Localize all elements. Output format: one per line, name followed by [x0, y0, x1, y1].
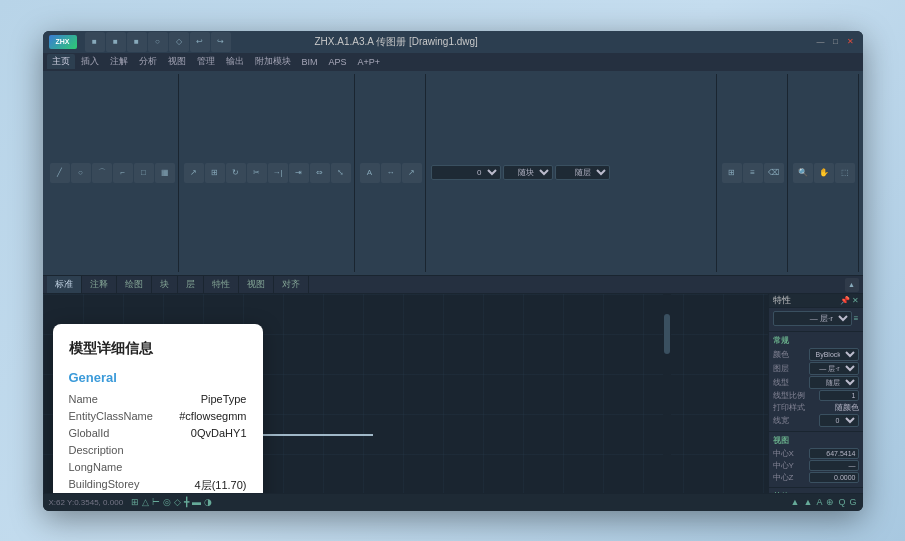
tab-home[interactable]: 主页 [47, 54, 75, 69]
leader-tool[interactable]: ↗ [402, 163, 422, 183]
side-panel-title: 特性 [773, 294, 791, 307]
tab-addons[interactable]: 附加模块 [250, 54, 296, 69]
status-q-icon[interactable]: Q [838, 497, 845, 507]
properties-tool[interactable]: ⊞ [722, 163, 742, 183]
props-layer-val-select[interactable]: — 层·r [809, 362, 859, 375]
line-tool[interactable]: ╱ [50, 163, 70, 183]
info-row-longname: LongName [69, 461, 247, 473]
arc-tool[interactable]: ⌒ [92, 163, 112, 183]
props-linetype-select[interactable]: 随层 [809, 376, 859, 389]
scale-tool[interactable]: ⤡ [331, 163, 351, 183]
toolbar-icon-6[interactable]: ↩ [190, 32, 210, 52]
zoom-tool[interactable]: 🔍 [793, 163, 813, 183]
collapse-toolbar-btn[interactable]: ▲ [845, 278, 859, 292]
copy-tool[interactable]: ⊞ [205, 163, 225, 183]
props-linescale-input[interactable] [819, 390, 859, 401]
scroll-thumb[interactable] [664, 314, 670, 354]
3d-view-tool[interactable]: ⬚ [835, 163, 855, 183]
layer-filter-icon[interactable]: ≡ [854, 314, 859, 323]
hatch-tool[interactable]: ▦ [155, 163, 175, 183]
props-layer-select[interactable]: — 层·r [773, 311, 852, 326]
window-controls[interactable]: — □ ✕ [815, 36, 857, 48]
mirror-tool[interactable]: ⇔ [310, 163, 330, 183]
section-tab-layer[interactable]: 层 [178, 276, 204, 293]
toolbar-group-edit: ↗ ⊞ ↻ ✂ →| ⇥ ⇔ ⤡ [181, 74, 355, 273]
tab-ap[interactable]: A+P+ [353, 56, 386, 68]
toolbar-icon-3[interactable]: ■ [127, 32, 147, 52]
toolbar-icon-5[interactable]: ◇ [169, 32, 189, 52]
section-tab-align[interactable]: 对齐 [274, 276, 309, 293]
status-zoom-icon[interactable]: ▲ [791, 497, 800, 507]
trim-tool[interactable]: ✂ [247, 163, 267, 183]
info-row-buildstorey: BuildingStorey 4层(11.70) [69, 478, 247, 493]
section-tab-draw[interactable]: 绘图 [117, 276, 152, 293]
color-select[interactable]: 随块 [503, 165, 553, 180]
props-printstyle-row: 打印样式 随颜色 [773, 402, 859, 413]
info-row-globalid: GlobalId 0QvDaHY1 [69, 427, 247, 439]
status-polar[interactable]: ◎ [163, 497, 171, 507]
status-otrack[interactable]: ╋ [184, 497, 189, 507]
polyline-tool[interactable]: ⌐ [113, 163, 133, 183]
status-a-icon[interactable]: A [816, 497, 822, 507]
section-tab-standard[interactable]: 标准 [47, 276, 82, 293]
rect-tool[interactable]: □ [134, 163, 154, 183]
props-cz-input[interactable] [809, 472, 859, 483]
rotate-tool[interactable]: ↻ [226, 163, 246, 183]
toolbar-row: ╱ ○ ⌒ ⌐ □ ▦ ↗ ⊞ ↻ ✂ →| ⇥ ⇔ ⤡ A ↔ ↗ 0 [43, 71, 863, 277]
status-osnap[interactable]: ◇ [174, 497, 181, 507]
status-right: ▲ ▲ A ⊕ Q G [791, 497, 857, 507]
maximize-button[interactable]: □ [830, 36, 842, 48]
toolbar-icon-4[interactable]: ○ [148, 32, 168, 52]
match-tool[interactable]: ≡ [743, 163, 763, 183]
extend-tool[interactable]: →| [268, 163, 288, 183]
value-name: PipeType [201, 393, 247, 405]
status-transp[interactable]: ◑ [204, 497, 212, 507]
status-annotscale-icon[interactable]: ⊕ [826, 497, 834, 507]
tab-insert[interactable]: 插入 [76, 54, 104, 69]
toolbar-icon-2[interactable]: ■ [106, 32, 126, 52]
status-lwt[interactable]: ▬ [192, 497, 201, 507]
status-ortho[interactable]: ⊢ [152, 497, 160, 507]
pan-tool[interactable]: ✋ [814, 163, 834, 183]
tab-output[interactable]: 输出 [221, 54, 249, 69]
tab-analysis[interactable]: 分析 [134, 54, 162, 69]
section-tabs: 标准 注释 绘图 块 层 特性 视图 对齐 ▲ [43, 276, 863, 294]
tab-aps[interactable]: APS [324, 56, 352, 68]
move-tool[interactable]: ↗ [184, 163, 204, 183]
linetype-select[interactable]: 随层 [555, 165, 610, 180]
erase-tool[interactable]: ⌫ [764, 163, 784, 183]
circle-tool[interactable]: ○ [71, 163, 91, 183]
status-grid[interactable]: ⊞ [131, 497, 139, 507]
side-panel-close[interactable]: ✕ [852, 296, 859, 305]
status-g-icon[interactable]: G [849, 497, 856, 507]
props-color-select[interactable]: ByBlock [809, 348, 859, 361]
dim-tool[interactable]: ↔ [381, 163, 401, 183]
section-tab-annotation[interactable]: 注释 [82, 276, 117, 293]
props-cy-input[interactable] [809, 460, 859, 471]
side-panel-pin[interactable]: 📌 [840, 296, 850, 305]
toolbar-group-layers: 0 随块 随层 [428, 74, 717, 273]
toolbar-icon-7[interactable]: ↪ [211, 32, 231, 52]
props-linewidth-select[interactable]: 0 [819, 414, 859, 427]
close-button[interactable]: ✕ [845, 36, 857, 48]
offset-tool[interactable]: ⇥ [289, 163, 309, 183]
section-tab-block[interactable]: 块 [152, 276, 178, 293]
general-section-heading: General [69, 370, 247, 385]
tab-annotate[interactable]: 注解 [105, 54, 133, 69]
status-north-icon[interactable]: ▲ [804, 497, 813, 507]
canvas-area[interactable]: 模型详细信息 General Name PipeType EntityClass… [43, 294, 768, 493]
layer-select[interactable]: 0 [431, 165, 501, 180]
props-cx-input[interactable] [809, 448, 859, 459]
section-tab-view[interactable]: 视图 [239, 276, 274, 293]
section-tab-props[interactable]: 特性 [204, 276, 239, 293]
props-color-label: 颜色 [773, 349, 809, 360]
tab-manage[interactable]: 管理 [192, 54, 220, 69]
tab-bim[interactable]: BIM [297, 56, 323, 68]
scroll-indicator [663, 294, 671, 493]
minimize-button[interactable]: — [815, 36, 827, 48]
text-tool[interactable]: A [360, 163, 380, 183]
status-snap[interactable]: △ [142, 497, 149, 507]
toolbar-icon-1[interactable]: ■ [85, 32, 105, 52]
props-printstyle-label: 打印样式 [773, 402, 816, 413]
tab-view[interactable]: 视图 [163, 54, 191, 69]
